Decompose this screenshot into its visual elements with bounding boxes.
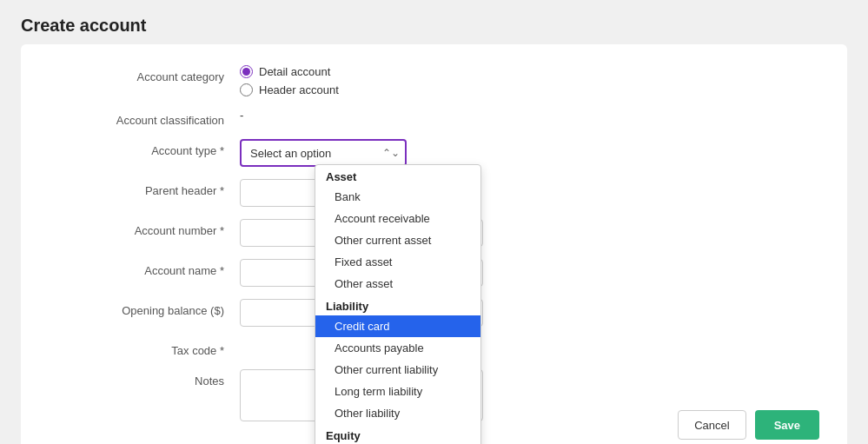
account-type-label: Account type *	[49, 139, 240, 157]
notes-label: Notes	[49, 369, 240, 388]
option-bank[interactable]: Bank	[315, 186, 480, 208]
page-container: Create account Account category Detail a…	[0, 0, 868, 444]
radio-detail[interactable]: Detail account	[240, 65, 570, 78]
option-long-term-liability[interactable]: Long term liability	[315, 381, 480, 402]
radio-detail-input[interactable]	[240, 65, 253, 78]
save-button[interactable]: Save	[755, 410, 819, 440]
form-card: Account category Detail account Header a…	[21, 44, 847, 444]
account-type-row: Account type * Select an option ⌃⌄	[49, 139, 819, 167]
radio-header-input[interactable]	[240, 83, 253, 96]
option-fixed-asset[interactable]: Fixed asset	[315, 251, 480, 273]
radio-group: Detail account Header account	[240, 65, 570, 96]
radio-detail-label: Detail account	[259, 65, 330, 78]
page-title: Create account	[0, 0, 868, 44]
account-type-select-wrapper: Select an option ⌃⌄	[240, 139, 407, 167]
tax-code-label: Tax code *	[49, 339, 240, 357]
radio-header[interactable]: Header account	[240, 83, 570, 96]
option-other-liability[interactable]: Other liability	[315, 402, 480, 424]
option-other-current-liability[interactable]: Other current liability	[315, 359, 480, 381]
option-other-asset[interactable]: Other asset	[315, 273, 480, 295]
account-classification-label: Account classification	[49, 109, 240, 127]
account-type-select[interactable]: Select an option	[240, 139, 407, 167]
option-account-receivable[interactable]: Account receivable	[315, 208, 480, 229]
account-classification-row: Account classification -	[49, 109, 819, 127]
account-number-label: Account number *	[49, 219, 240, 237]
radio-header-label: Header account	[259, 83, 339, 96]
account-classification-value: -	[240, 109, 570, 122]
footer-buttons: Cancel Save	[678, 410, 819, 440]
group-liability: Liability	[315, 295, 480, 315]
account-category-label: Account category	[49, 65, 240, 83]
classification-value: -	[240, 103, 243, 122]
group-equity: Equity	[315, 424, 480, 444]
account-type-control: Select an option ⌃⌄	[240, 139, 570, 167]
account-type-dropdown: Asset Bank Account receivable Other curr…	[315, 164, 481, 444]
option-accounts-payable[interactable]: Accounts payable	[315, 337, 480, 359]
opening-balance-label: Opening balance ($)	[49, 299, 240, 317]
group-asset: Asset	[315, 165, 480, 186]
account-name-label: Account name *	[49, 259, 240, 277]
parent-header-label: Parent header *	[49, 179, 240, 197]
option-other-current-asset[interactable]: Other current asset	[315, 229, 480, 251]
account-category-control: Detail account Header account	[240, 65, 570, 96]
account-category-row: Account category Detail account Header a…	[49, 65, 819, 96]
cancel-button[interactable]: Cancel	[678, 410, 745, 440]
option-credit-card[interactable]: Credit card	[315, 315, 480, 337]
